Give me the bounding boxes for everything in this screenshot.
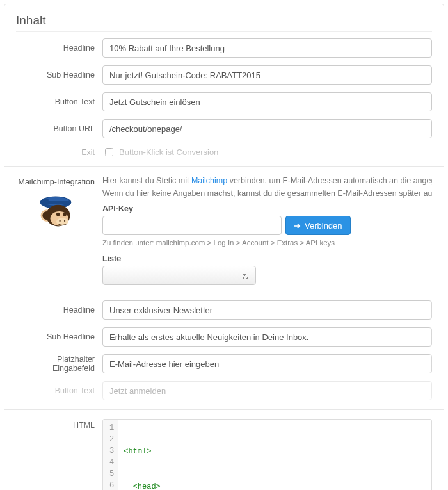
apikey-group: ➔ Verbinden [102, 216, 432, 235]
label-button-url: Button URL [16, 124, 102, 133]
label-mc-headline: Headline [16, 306, 102, 314]
arrow-right-icon: ➔ [294, 221, 301, 231]
input-button-url[interactable] [102, 119, 432, 138]
label-mc-sub-headline: Sub Headline [16, 332, 102, 341]
row-mailchimp-head: Mailchimp-Integration [16, 176, 432, 285]
mailchimp-description: Hier kannst du Stetic mit Mailchimp verb… [102, 176, 432, 187]
section-inhalt: Inhalt Headline Sub Headline Button Text… [4, 4, 444, 166]
label-mailchimp: Mailchimp-Integration [16, 176, 102, 230]
mailchimp-link[interactable]: Mailchimp [191, 176, 227, 185]
connect-button-label: Verbinden [305, 221, 342, 231]
row-mc-button-text: Button Text [16, 381, 432, 400]
label-apikey: API-Key [102, 204, 432, 213]
row-sub-headline: Sub Headline [16, 65, 432, 85]
checkbox-exit[interactable] [105, 148, 113, 156]
label-mc-button-text: Button Text [16, 386, 102, 395]
svg-point-10 [59, 220, 60, 222]
row-mc-headline: Headline [16, 300, 432, 320]
svg-rect-2 [41, 201, 70, 204]
settings-panel: Inhalt Headline Sub Headline Button Text… [4, 4, 444, 490]
label-html: HTML [16, 419, 102, 430]
select-list[interactable] [102, 266, 256, 285]
code-gutter: 12345678 [103, 420, 118, 490]
input-mc-sub-headline[interactable] [102, 327, 432, 347]
input-mc-placeholder[interactable] [102, 354, 432, 373]
row-exit: Exit Button-Klick ist Conversion [16, 146, 432, 158]
checkbox-exit-text: Button-Klick ist Conversion [119, 147, 218, 157]
row-button-text: Button Text [16, 92, 432, 111]
row-headline: Headline [16, 38, 432, 58]
label-button-text: Button Text [16, 97, 102, 106]
label-exit: Exit [16, 148, 102, 157]
row-mc-sub-headline: Sub Headline [16, 327, 432, 347]
input-mc-headline[interactable] [102, 300, 432, 320]
svg-point-11 [63, 220, 65, 222]
mailchimp-description-2: Wenn du hier keine Angaben machst, kanns… [102, 188, 432, 200]
svg-point-8 [63, 213, 67, 216]
code-editor[interactable]: 12345678 <html> <head> <title>Targeting … [102, 419, 432, 490]
checkbox-exit-label[interactable]: Button-Klick ist Conversion [102, 146, 218, 158]
section-html: HTML 12345678 <html> <head> <title>Targe… [4, 409, 444, 490]
label-list: Liste [102, 254, 432, 263]
input-apikey[interactable] [102, 216, 282, 235]
connect-button[interactable]: ➔ Verbinden [285, 216, 351, 235]
input-sub-headline[interactable] [102, 65, 432, 85]
row-html: HTML 12345678 <html> <head> <title>Targe… [16, 419, 432, 490]
divider [16, 31, 432, 32]
row-mc-placeholder: Platzhalter Eingabefeld [16, 354, 432, 373]
mailchimp-icon [36, 192, 75, 230]
label-sub-headline: Sub Headline [16, 70, 102, 79]
section-title-inhalt: Inhalt [16, 13, 432, 28]
apikey-help: Zu finden unter: mailchimp.com > Log In … [102, 239, 432, 247]
code-content[interactable]: <html> <head> <title>Targeting iFrame</t… [118, 420, 290, 490]
label-headline: Headline [16, 44, 102, 53]
row-button-url: Button URL [16, 119, 432, 138]
input-button-text[interactable] [102, 92, 432, 111]
input-headline[interactable] [102, 38, 432, 58]
label-mc-placeholder: Platzhalter Eingabefeld [16, 355, 102, 373]
section-mailchimp: Mailchimp-Integration [4, 166, 444, 409]
svg-point-7 [56, 213, 60, 216]
input-mc-button-text[interactable] [102, 381, 432, 400]
